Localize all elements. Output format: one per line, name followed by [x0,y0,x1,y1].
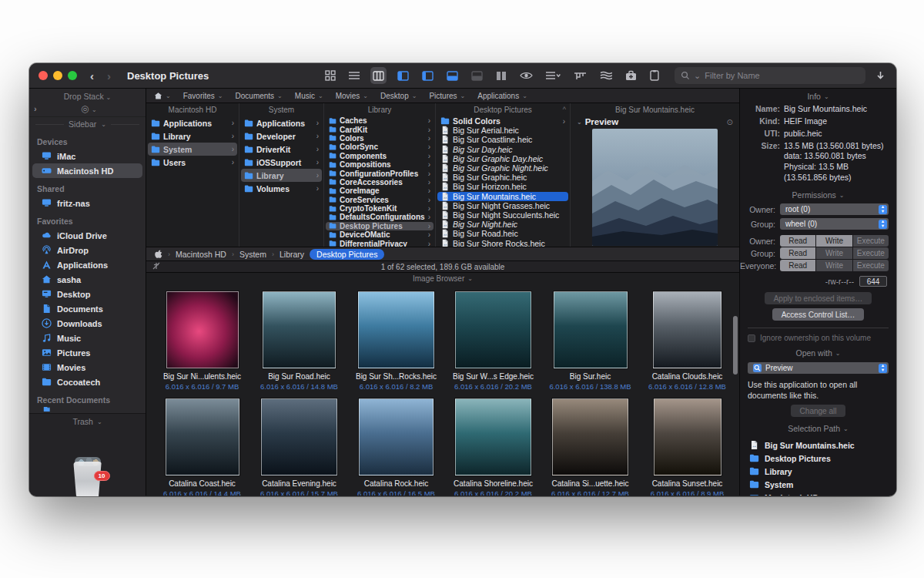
column-item[interactable]: Big Sur Day.heic [437,145,568,154]
thumbnail-image[interactable] [359,398,434,476]
column-item[interactable]: Big Sur Graphic Night.heic [437,163,568,173]
collapse-column-icon[interactable]: ^ [563,106,566,113]
path-dropdown-favorites[interactable]: Favorites⌄ [183,92,223,100]
change-all-button[interactable]: Change all [791,405,846,417]
image-thumbnail-cell[interactable]: Catalina Si...uette.heic 6.016 x 6.016 /… [542,398,638,496]
permission-toggle-execute[interactable]: Execute [853,260,889,271]
access-control-list-button[interactable]: Access Control List… [772,308,865,321]
trash-drop-zone[interactable]: 10 [29,429,146,496]
permission-toggle-read[interactable]: Read [780,247,815,259]
thumbnail-image[interactable] [358,291,434,368]
image-thumbnail-cell[interactable]: Catalina Sunset.heic 6.016 x 6.016 / 8.9… [639,398,735,496]
column-item[interactable]: Library› [241,169,322,182]
image-thumbnail-cell[interactable]: Catalina Coast.heic 6.016 x 6.016 / 14.4… [154,398,250,496]
open-with-select[interactable]: Preview ▲▼ [748,362,889,374]
open-with-section-header[interactable]: Open with⌄ [740,342,896,360]
sidebar-item-applications[interactable]: Applications [32,257,142,272]
selection-path-section-header[interactable]: Selection Path⌄ [740,417,896,435]
list-view-icon[interactable] [346,67,362,84]
column-item[interactable]: CoreAccessories› [326,178,434,187]
minimize-window-button[interactable] [53,71,62,80]
image-browser-header[interactable]: Image Browser⌄ [146,273,739,284]
breadcrumb-item[interactable]: Library [280,250,304,259]
column-view-icon[interactable] [370,67,387,84]
ignore-ownership-checkbox[interactable] [748,334,755,342]
breadcrumb-item[interactable]: System [239,250,266,259]
filter-search-field[interactable]: ⌄ Filter by Name [675,67,865,84]
path-dropdown-documents[interactable]: Documents⌄ [236,92,283,100]
column-item[interactable]: Compositions› [326,160,434,169]
column-item[interactable]: iOSSupport› [241,156,322,169]
trash-header[interactable]: Trash⌄ [29,413,146,429]
column-item[interactable]: Colors› [326,134,434,143]
sidebar-item-airdrop[interactable]: AirDrop [32,243,142,257]
column-item[interactable]: System› [148,143,237,156]
clipboard-icon[interactable] [648,67,661,84]
permission-toggle-write[interactable]: Write [816,260,852,271]
toggle-bottom-panel-icon[interactable] [444,67,460,84]
column-item[interactable]: CardKit› [326,125,434,133]
column-item[interactable]: ColorSync› [326,143,434,151]
selection-path-item[interactable]: Desktop Pictures [749,452,896,465]
image-thumbnail-cell[interactable]: Catalina Clouds.heic 6.016 x 6.016 / 12.… [639,291,735,398]
column-item[interactable]: Big Sur Night Succulents.heic [437,210,568,220]
shelf-icon[interactable] [598,67,614,84]
download-arrow-icon[interactable] [874,67,887,84]
column-item[interactable]: Components› [326,152,434,160]
preview-options-icon[interactable]: ⊙ [727,118,733,126]
column-item[interactable]: Big Sur Graphic.heic [437,173,568,182]
column-item[interactable]: Big Sur Mountains.heic [437,192,568,201]
sidebar-section-toggle[interactable]: Sidebar⌄ [29,117,146,131]
column-item[interactable]: Big Sur Shore Rocks.heic [437,238,568,247]
column-item[interactable]: DifferentialPrivacy› [326,239,434,247]
utilities-toolbox-icon[interactable] [623,67,639,84]
tools-caliper-icon[interactable] [571,67,589,84]
column-item[interactable]: CoreServices› [326,196,434,204]
permission-toggle-read[interactable]: Read [780,260,815,271]
group-select[interactable]: wheel (0) ▲▼ [780,218,889,230]
column-item[interactable]: ConfigurationProfiles› [326,169,434,177]
image-thumbnail-cell[interactable]: Big Sur.heic 6.016 x 6.016 / 138.8 MB [542,291,638,398]
path-dropdown-movies[interactable]: Movies⌄ [336,92,368,100]
info-section-header[interactable]: Info⌄ [740,89,896,103]
toggle-sidebar-icon[interactable] [395,67,411,84]
image-thumbnail-cell[interactable]: Big Sur Sh...Rocks.heic 6.016 x 6.016 / … [348,291,444,398]
path-dropdown-pictures[interactable]: Pictures⌄ [429,92,465,100]
grid-view-icon[interactable] [323,67,338,84]
image-thumbnail-cell[interactable]: Catalina Shoreline.heic 6.016 x 6.016 / … [445,398,541,496]
thumbnail-image[interactable] [653,291,721,368]
toggle-info-panel-icon[interactable] [420,67,436,84]
sidebar-item-macintosh-hd[interactable]: Macintosh HD [32,163,142,178]
column-item[interactable]: Users› [148,156,237,169]
toggle-drop-stack-icon[interactable] [469,67,485,84]
column-item[interactable]: Big Sur Graphic Day.heic [437,154,568,163]
column-item[interactable]: DeviceOMatic› [326,230,434,239]
column-item[interactable]: Library› [148,129,237,143]
thumbnail-image[interactable] [554,291,628,368]
sidebar-item-pictures[interactable]: Pictures [32,345,142,360]
thumbnail-image[interactable] [455,398,531,476]
column-item[interactable]: Big Sur Night Grasses.heic [437,201,568,210]
image-thumbnail-cell[interactable]: Catalina Rock.heic 6.016 x 6.016 / 16.5 … [348,398,444,496]
sidebar-item-fritz-nas[interactable]: fritz-nas [32,196,142,210]
home-dropdown[interactable]: ⌄ [154,92,171,100]
column-item[interactable]: Applications› [148,116,237,129]
breadcrumb-current[interactable]: Desktop Pictures [310,249,384,260]
path-dropdown-applications[interactable]: Applications⌄ [477,92,527,100]
image-thumbnail-cell[interactable]: Big Sur W...s Edge.heic 6.016 x 6.016 / … [445,291,541,398]
column-item[interactable]: Big Sur Aerial.heic [437,126,568,135]
sidebar-item-sasha[interactable]: sasha [32,272,142,287]
selection-path-item[interactable]: Library [749,465,896,478]
drop-stack-header[interactable]: Drop Stack ⌄ [29,89,146,102]
column-item[interactable]: DriverKit› [241,143,322,156]
sidebar-item-music[interactable]: Music [32,331,142,345]
column-item[interactable]: Big Sur Night.heic [437,220,568,229]
path-dropdown-music[interactable]: Music⌄ [295,92,323,100]
sidebar-item-cocoatech[interactable]: Cocoatech [32,375,142,389]
permission-toggle-write[interactable]: Write [816,235,852,247]
sidebar-item-downloads[interactable]: Downloads [32,316,142,331]
thumbnail-image[interactable] [261,398,337,476]
column-item[interactable]: CoreImage› [326,187,434,195]
owner-select[interactable]: root (0) ▲▼ [780,203,889,215]
column-item[interactable]: CryptoTokenKit› [326,204,434,213]
